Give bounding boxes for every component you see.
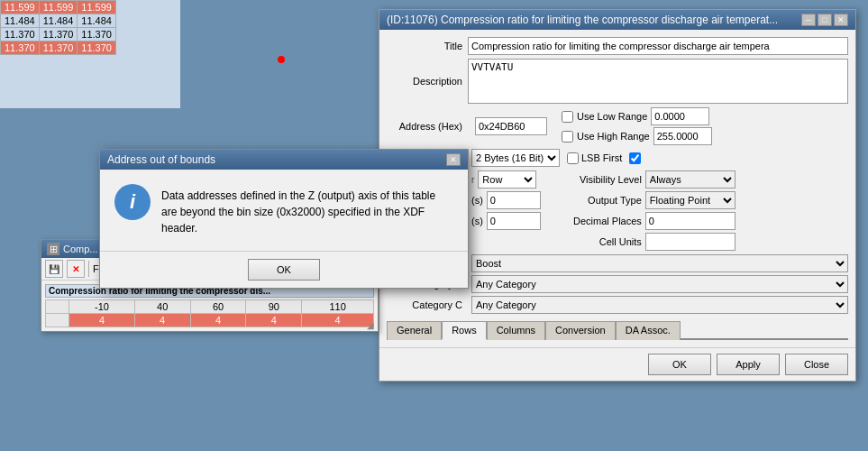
tab-columns[interactable]: Columns <box>487 321 545 340</box>
use-low-range-checkbox[interactable] <box>562 111 573 123</box>
axis-r-label: r <box>471 175 474 185</box>
alert-footer: OK <box>100 251 468 288</box>
axis-s2-input[interactable] <box>487 212 541 230</box>
resize-handle[interactable]: ◢ <box>367 320 376 329</box>
use-high-range-label: Use High Range <box>577 131 650 142</box>
alert-body: i Data addresses defined in the Z (outpu… <box>100 170 468 251</box>
title-row: Title <box>387 37 848 55</box>
title-label: Title <box>387 41 468 51</box>
decimal-places-input[interactable] <box>645 212 736 230</box>
alert-close-btn[interactable]: ✕ <box>446 153 461 166</box>
cell-units-input[interactable] <box>645 233 736 251</box>
data-table: -10406090110 44444 <box>45 299 374 327</box>
axis-s1-label: (s) <box>471 195 483 206</box>
use-high-range-checkbox[interactable] <box>562 131 573 143</box>
tabs-bar: General Rows Columns Conversion DA Assoc… <box>387 319 848 340</box>
small-window-title: Comp... <box>63 244 98 254</box>
red-dot-indicator <box>278 56 285 63</box>
apply-button[interactable]: Apply <box>717 354 780 375</box>
small-window-icon: ⊞ <box>47 243 59 255</box>
description-input[interactable] <box>468 59 848 104</box>
ok-button[interactable]: OK <box>648 354 711 375</box>
main-dialog-titlebar: (ID:11076) Compression ratio for limitin… <box>379 10 855 30</box>
cat-a-select[interactable]: BoostAny Category <box>471 254 848 272</box>
save-toolbar-btn[interactable]: 💾 <box>45 260 63 278</box>
main-dialog-title: (ID:11076) Compression ratio for limitin… <box>387 14 778 26</box>
close-toolbar-btn[interactable]: ✕ <box>67 260 85 278</box>
close-button[interactable]: ✕ <box>834 14 848 26</box>
alert-title: Address out of bounds <box>107 153 215 166</box>
row-select[interactable]: RowColumn <box>478 170 536 189</box>
tab-rows[interactable]: Rows <box>442 321 487 340</box>
background-table: 11.59911.59911.59911.48411.48411.48411.3… <box>0 0 180 108</box>
cat-c-label: Category C <box>387 299 468 310</box>
visibility-select[interactable]: Always <box>645 170 736 189</box>
visibility-label: Visibility Level <box>552 174 642 185</box>
maximize-button[interactable]: □ <box>818 14 832 26</box>
decimal-places-label: Decimal Places <box>552 216 642 226</box>
address-label: Address (Hex) <box>387 121 468 132</box>
minimize-button[interactable]: ─ <box>801 14 816 26</box>
titlebar-buttons: ─ □ ✕ <box>801 14 848 26</box>
cell-units-label: Cell Units <box>552 236 642 247</box>
alert-ok-button[interactable]: OK <box>248 259 320 281</box>
alert-dialog: Address out of bounds ✕ i Data addresses… <box>99 149 469 289</box>
toolbar-separator <box>88 261 89 277</box>
lsb-first-check2[interactable] <box>629 152 641 164</box>
axis-s2-label: (s) <box>471 216 483 226</box>
address-input[interactable] <box>475 117 547 135</box>
description-label: Description <box>387 76 468 87</box>
bytes-select[interactable]: 2 Bytes (16 Bit) <box>471 149 560 167</box>
tab-daassoc[interactable]: DA Assoc. <box>616 321 681 340</box>
tab-conversion[interactable]: Conversion <box>545 321 616 340</box>
close-button-main[interactable]: Close <box>785 354 848 375</box>
low-range-input[interactable] <box>651 107 709 125</box>
alert-titlebar: Address out of bounds ✕ <box>100 150 468 170</box>
title-input[interactable] <box>468 37 848 55</box>
axis-s1-input[interactable] <box>487 191 541 209</box>
high-range-input[interactable] <box>653 127 712 145</box>
alert-icon: i <box>114 184 151 220</box>
lsb-first-label: LSB First <box>581 152 622 163</box>
cat-c-select[interactable]: Any CategoryBoost <box>471 296 848 314</box>
description-row: Description <box>387 59 848 104</box>
output-type-label: Output Type <box>552 195 642 206</box>
use-low-range-label: Use Low Range <box>577 111 647 122</box>
alert-message: Data addresses defined in the Z (output)… <box>161 184 453 236</box>
output-type-select[interactable]: Floating PointIntegerHex <box>645 191 736 209</box>
cat-b-select[interactable]: Any CategoryBoost <box>471 275 848 293</box>
tab-general[interactable]: General <box>387 321 442 340</box>
lsb-first-checkbox[interactable] <box>567 152 579 164</box>
dialog-buttons: OK Apply Close <box>379 347 855 381</box>
